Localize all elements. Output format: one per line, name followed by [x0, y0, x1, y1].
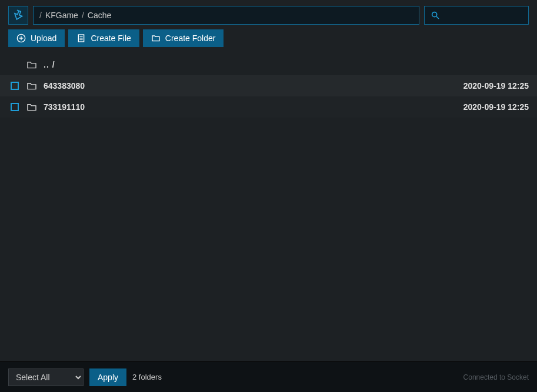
parent-directory-row[interactable]: .. /: [0, 54, 537, 75]
folder-icon: [26, 103, 37, 111]
folder-icon: [26, 61, 37, 69]
logo-icon: [12, 9, 24, 21]
row-checkbox[interactable]: [11, 103, 19, 111]
breadcrumb-sep: /: [82, 11, 84, 20]
breadcrumb[interactable]: / KFGame / Cache: [33, 6, 419, 25]
footer-bar: Select All Apply 2 folders Connected to …: [0, 361, 537, 392]
create-file-button[interactable]: Create File: [68, 29, 139, 47]
svg-line-1: [436, 16, 439, 19]
file-listing: .. / 643383080 2020-09-19 12:25 73319111…: [0, 52, 537, 361]
folder-name: 643383080: [40, 81, 463, 91]
upload-label: Upload: [31, 33, 56, 43]
folder-row[interactable]: 643383080 2020-09-19 12:25: [0, 75, 537, 96]
folder-date: 2020-09-19 12:25: [463, 81, 529, 91]
upload-icon: [16, 33, 26, 43]
bulk-action-select[interactable]: Select All: [8, 368, 84, 386]
folder-icon: [26, 82, 37, 90]
search-input[interactable]: [424, 6, 529, 25]
parent-dir-label: .. /: [40, 60, 529, 69]
folder-icon: [151, 33, 161, 43]
create-folder-label: Create Folder: [165, 33, 216, 43]
svg-point-0: [432, 12, 437, 17]
file-icon: [76, 33, 86, 43]
app-logo[interactable]: [8, 6, 28, 25]
upload-button[interactable]: Upload: [8, 29, 65, 47]
folder-count-label: 2 folders: [132, 373, 162, 381]
create-file-label: Create File: [91, 33, 131, 43]
socket-status: Connected to Socket: [463, 373, 529, 381]
folder-name: 733191110: [40, 102, 463, 112]
search-icon: [431, 11, 440, 20]
breadcrumb-part[interactable]: KFGame: [45, 11, 78, 20]
row-checkbox[interactable]: [11, 82, 19, 90]
create-folder-button[interactable]: Create Folder: [143, 29, 224, 47]
folder-date: 2020-09-19 12:25: [463, 102, 529, 112]
folder-row[interactable]: 733191110 2020-09-19 12:25: [0, 96, 537, 118]
breadcrumb-part[interactable]: Cache: [88, 11, 111, 20]
breadcrumb-sep: /: [39, 11, 42, 20]
apply-button[interactable]: Apply: [89, 368, 126, 386]
